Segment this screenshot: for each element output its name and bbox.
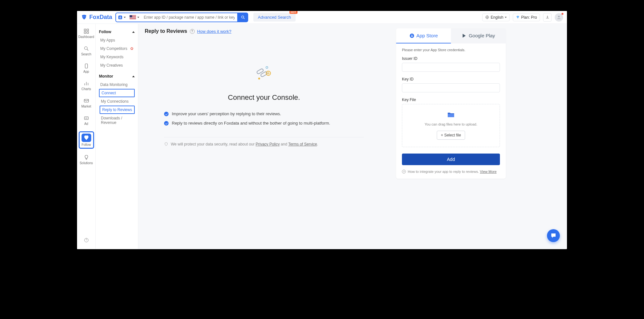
advanced-search-button[interactable]: Advanced Search HOT [253,13,296,22]
panel-foot-text: How to integrate your app to reply to re… [408,170,479,174]
rail-label: Dashboard [78,35,94,39]
feature-row-1: Improve your users' perception by replyi… [164,111,281,116]
rail-charts[interactable]: Charts [79,79,94,92]
sidebar-downloads-revenue[interactable]: Downloads / Revenue [100,114,135,127]
plan-select[interactable]: Plan: Pro [513,14,540,21]
add-button[interactable]: Add [402,154,500,165]
sidebar-my-competitors[interactable]: My Competitors✿ [99,44,135,53]
svg-rect-11 [85,64,88,68]
sidebar-my-connections[interactable]: My Connections [100,97,135,106]
view-more-link[interactable]: View More [480,170,497,174]
svg-point-9 [84,47,87,50]
platform-select[interactable] [115,13,141,22]
svg-rect-15 [84,99,89,102]
advanced-search-label: Advanced Search [258,15,291,20]
svg-point-4 [558,15,560,17]
help-icon[interactable]: ? [190,29,195,34]
shield-icon [164,142,168,146]
globe-icon [485,15,489,19]
feature-row-2: Reply to reviews directly on Foxdata and… [164,121,330,126]
svg-rect-0 [118,15,122,19]
user-avatar[interactable] [555,13,563,22]
brand-logo[interactable]: FoxData [81,14,112,21]
appstore-icon [409,33,415,38]
rail-label: Ad [84,122,88,126]
country-select[interactable] [128,15,141,19]
user-icon [556,15,561,20]
how-does-it-work-link[interactable]: How does it work? [197,29,231,34]
rail-market[interactable]: Market [79,97,94,109]
drop-text: You can drag files here to upload. [424,122,477,126]
chart-icon [83,80,89,86]
bulb-icon [83,155,89,160]
dashboard-icon [83,28,89,34]
tab-appstore[interactable]: App Store [396,28,451,43]
download-button[interactable] [543,13,551,22]
rail-label: Market [81,105,91,108]
chat-fab[interactable] [547,229,560,242]
select-file-button[interactable]: + Select file [437,131,465,140]
protect-text: We will protect your data security, read… [171,142,256,146]
language-label: English [491,15,503,20]
topbar: FoxData Advanced Search HOT [77,11,567,24]
sidebar-follow-head[interactable]: Follow [99,28,135,36]
tab-label: Google Play [469,33,495,38]
rail-app[interactable]: App [79,62,94,75]
main-content: Reply to Reviews ? How does it work? Con… [138,24,567,249]
search-icon [83,46,89,52]
rail-help[interactable] [84,238,89,244]
key-file-dropzone[interactable]: You can drag files here to upload. + Sel… [402,104,500,147]
protect-row: We will protect your data security, read… [164,142,318,146]
sidebar-data-monitoring[interactable]: Data Monitoring [99,80,135,89]
plan-label: Plan: Pro [521,15,537,20]
sidebar-my-keywords[interactable]: My Keywords [99,53,135,61]
topbar-right: English Plan: Pro [482,13,563,22]
help-icon: ? [402,170,406,174]
svg-rect-7 [84,32,86,33]
ad-icon: AD [83,115,89,121]
caret-icon [124,17,126,18]
chevron-up-icon [132,76,135,77]
search-button[interactable] [238,13,248,22]
rail-follow[interactable]: Follow [79,131,94,149]
sidebar: Follow My Apps My Competitors✿ My Keywor… [96,24,138,249]
terms-link[interactable]: Terms of Service [288,142,317,146]
rail-solutions[interactable]: Solutions [79,153,94,166]
check-icon [164,121,169,126]
store-select[interactable] [116,15,128,20]
mail-icon [83,98,89,104]
search-wrap [115,13,248,22]
chevron-up-icon [132,31,135,33]
heart-icon [83,135,89,141]
google-play-icon [462,33,467,38]
rail-label: App [83,70,89,73]
brand-text: FoxData [89,14,112,21]
rail-dashboard[interactable]: Dashboard [79,27,94,40]
tab-google-play[interactable]: Google Play [451,28,506,43]
svg-rect-8 [87,32,88,33]
sidebar-connect[interactable]: Connect [99,89,135,97]
key-id-input[interactable] [402,83,500,92]
caret-icon [137,17,139,18]
svg-point-1 [241,16,244,18]
search-input[interactable] [141,13,238,22]
issuer-id-input[interactable] [402,63,500,72]
issuer-id-label: Issuer ID [402,56,500,61]
sidebar-my-apps[interactable]: My Apps [99,36,135,44]
panel-body: Please enter your App Store credentials.… [396,43,506,174]
sidebar-my-creatives[interactable]: My Creatives [99,61,135,70]
rail-search[interactable]: Search [79,44,94,57]
key-file-label: Key File [402,98,500,102]
privacy-link[interactable]: Privacy Policy [256,142,280,146]
svg-point-24 [410,33,414,38]
rail-ad[interactable]: AD Ad [79,114,94,127]
sidebar-monitor-head[interactable]: Monitor [99,72,135,80]
icon-rail: Dashboard Search App Charts Market AD Ad [77,24,96,249]
language-select[interactable]: English [482,14,509,21]
credentials-panel: App Store Google Play Please enter your … [396,28,506,179]
rail-label: Solutions [80,161,93,165]
gear-icon: ✿ [130,46,133,51]
diamond-icon [516,15,520,19]
feature-text: Reply to reviews directly on Foxdata and… [172,121,330,126]
sidebar-reply-to-reviews[interactable]: Reply to Reviews [100,106,135,114]
